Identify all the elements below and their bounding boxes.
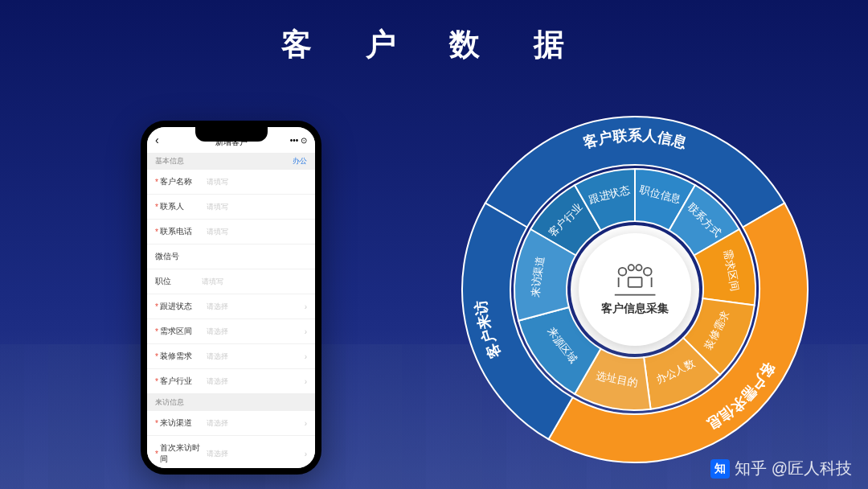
page-title: 客 户 数 据 [0,24,868,65]
watermark-text: 知乎 @匠人科技 [735,458,852,479]
svg-point-15 [644,267,652,275]
phone-screen: ‹ 新增客户 ••• ⊙ 基本信息办公*客户名称请填写*联系人请填写*联系电话请… [147,127,315,468]
svg-rect-16 [628,277,642,286]
form-row[interactable]: 职位请填写 [147,269,315,294]
form-row[interactable]: *联系电话请填写 [147,220,315,244]
watermark: 知 知乎 @匠人科技 [710,458,852,479]
meeting-icon [611,264,659,297]
form-row[interactable]: *需求区间请选择› [147,319,315,344]
radial-diagram: 客户联系人信息客户需求信息客户来访客户行业跟进状态职位信息联系方式需求区间装修需… [450,105,820,475]
chevron-right-icon: › [305,302,307,311]
form-row[interactable]: *装修需求请选择› [147,344,315,369]
back-icon[interactable]: ‹ [155,134,159,146]
chevron-right-icon: › [305,377,307,386]
svg-point-17 [628,265,634,270]
form-row[interactable]: *跟进状态请选择› [147,294,315,319]
form-row[interactable]: 微信号 [147,244,315,269]
chevron-right-icon: › [305,419,307,428]
zhihu-icon: 知 [710,459,730,479]
form-row[interactable]: *联系人请填写 [147,195,315,220]
section-header: 基本信息办公 [147,153,315,170]
chevron-right-icon: › [305,327,307,336]
svg-point-14 [619,267,627,275]
phone-menu-icon[interactable]: ••• ⊙ [290,136,307,145]
phone-form-body: 基本信息办公*客户名称请填写*联系人请填写*联系电话请填写微信号职位请填写*跟进… [147,153,315,468]
form-row[interactable]: *来访渠道请选择› [147,411,315,436]
phone-mockup: ‹ 新增客户 ••• ⊙ 基本信息办公*客户名称请填写*联系人请填写*联系电话请… [141,121,321,475]
form-row[interactable]: *客户行业请选择› [147,369,315,394]
chevron-right-icon: › [305,352,307,361]
form-row[interactable]: *首次来访时间请选择› [147,436,315,468]
radial-center-label: 客户信息采集 [601,302,669,316]
radial-center: 客户信息采集 [579,233,691,346]
section-header: 来访信息 [147,394,315,411]
form-row[interactable]: *客户名称请填写 [147,170,315,195]
chevron-right-icon: › [305,450,307,458]
phone-notch [195,127,268,142]
svg-point-18 [636,265,641,270]
